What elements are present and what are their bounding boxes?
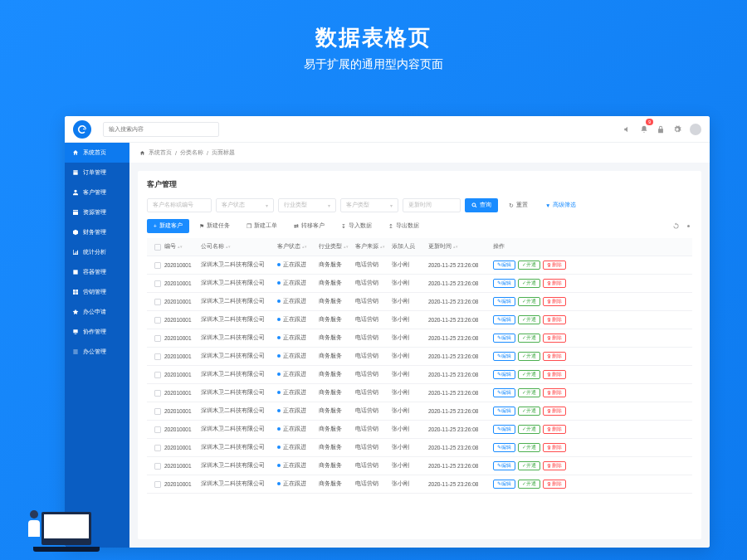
edit-button[interactable]: ✎编辑 (493, 334, 515, 343)
breadcrumb-item[interactable]: 分类名称 (180, 149, 203, 157)
sort-icon[interactable]: ▴▾ (380, 244, 385, 249)
sidebar-item[interactable]: 统计分析 (65, 242, 129, 262)
new-customer-button[interactable]: + 新建客户 (147, 219, 189, 233)
edit-button[interactable]: ✎编辑 (493, 480, 515, 489)
open-button[interactable]: ✓开通 (518, 279, 540, 288)
sort-icon[interactable]: ▴▾ (226, 244, 231, 249)
open-button[interactable]: ✓开通 (518, 370, 540, 379)
row-checkbox[interactable] (154, 390, 161, 397)
lock-icon[interactable] (657, 125, 665, 134)
filter-status-select[interactable]: 客户状态▾ (216, 198, 274, 212)
open-button[interactable]: ✓开通 (518, 407, 540, 416)
row-checkbox[interactable] (154, 317, 161, 324)
edit-button[interactable]: ✎编辑 (493, 279, 515, 288)
cell-company[interactable]: 深圳木卫二科技有限公司 (198, 444, 275, 451)
row-checkbox[interactable] (154, 463, 161, 470)
open-button[interactable]: ✓开通 (518, 297, 540, 306)
row-checkbox[interactable] (154, 481, 161, 488)
row-checkbox[interactable] (154, 335, 161, 342)
edit-button[interactable]: ✎编辑 (493, 315, 515, 324)
delete-button[interactable]: 🗑删除 (543, 407, 566, 416)
edit-button[interactable]: ✎编辑 (493, 443, 515, 452)
sidebar-item[interactable]: 订单管理 (65, 163, 129, 183)
cell-company[interactable]: 深圳木卫二科技有限公司 (198, 426, 275, 433)
edit-button[interactable]: ✎编辑 (493, 297, 515, 306)
cell-company[interactable]: 深圳木卫二科技有限公司 (198, 353, 275, 360)
notifications-button[interactable]: 9 (640, 122, 648, 137)
open-button[interactable]: ✓开通 (518, 352, 540, 361)
gear-icon[interactable] (673, 125, 681, 134)
sound-icon[interactable] (623, 125, 632, 134)
sidebar-item[interactable]: 容器管理 (65, 262, 129, 282)
cell-company[interactable]: 深圳木卫二科技有限公司 (198, 480, 275, 488)
open-button[interactable]: ✓开通 (518, 480, 540, 489)
edit-button[interactable]: ✎编辑 (493, 388, 515, 397)
delete-button[interactable]: 🗑删除 (543, 334, 566, 343)
cell-company[interactable]: 深圳木卫二科技有限公司 (198, 261, 275, 269)
filter-date-input[interactable]: 更新时间 (403, 198, 461, 212)
export-button[interactable]: ↥ 导出数据 (382, 219, 426, 233)
delete-button[interactable]: 🗑删除 (543, 480, 566, 489)
delete-button[interactable]: 🗑删除 (543, 443, 566, 452)
sort-icon[interactable]: ▴▾ (453, 244, 458, 249)
settings-icon[interactable] (685, 222, 692, 230)
open-button[interactable]: ✓开通 (518, 334, 540, 343)
import-button[interactable]: ↧ 导入数据 (334, 219, 378, 233)
breadcrumb-item[interactable]: 系统首页 (149, 149, 172, 157)
row-checkbox[interactable] (154, 445, 161, 451)
edit-button[interactable]: ✎编辑 (493, 352, 515, 361)
sidebar-item[interactable]: 财务管理 (65, 222, 129, 242)
row-checkbox[interactable] (154, 408, 161, 415)
edit-button[interactable]: ✎编辑 (493, 370, 515, 379)
sort-icon[interactable]: ▴▾ (302, 244, 307, 249)
sidebar-item[interactable]: 客户管理 (65, 183, 129, 202)
row-checkbox[interactable] (154, 426, 161, 433)
new-ticket-button[interactable]: ❒ 新建工单 (240, 219, 284, 233)
delete-button[interactable]: 🗑删除 (543, 388, 566, 397)
open-button[interactable]: ✓开通 (518, 315, 540, 324)
sort-icon[interactable]: ▴▾ (344, 244, 349, 249)
filter-industry-select[interactable]: 行业类型▾ (278, 198, 336, 212)
edit-button[interactable]: ✎编辑 (493, 461, 515, 470)
avatar[interactable] (690, 124, 701, 135)
cell-company[interactable]: 深圳木卫二科技有限公司 (198, 462, 275, 470)
reset-button[interactable]: ↻ 重置 (502, 198, 535, 212)
delete-button[interactable]: 🗑删除 (543, 297, 566, 306)
edit-button[interactable]: ✎编辑 (493, 425, 515, 434)
delete-button[interactable]: 🗑删除 (543, 315, 566, 324)
open-button[interactable]: ✓开通 (518, 443, 540, 452)
delete-button[interactable]: 🗑删除 (543, 279, 566, 288)
sidebar-item[interactable]: 资源管理 (65, 202, 129, 222)
row-checkbox[interactable] (154, 262, 161, 269)
row-checkbox[interactable] (154, 280, 161, 287)
sidebar-item[interactable]: 营销管理 (65, 282, 129, 302)
delete-button[interactable]: 🗑删除 (543, 352, 566, 361)
edit-button[interactable]: ✎编辑 (493, 407, 515, 416)
sidebar-item[interactable]: 办公管理 (65, 342, 129, 362)
sort-icon[interactable]: ▴▾ (178, 244, 183, 249)
refresh-icon[interactable] (672, 222, 680, 230)
row-checkbox[interactable] (154, 353, 161, 360)
cell-company[interactable]: 深圳木卫二科技有限公司 (198, 407, 275, 415)
open-button[interactable]: ✓开通 (518, 461, 540, 470)
cell-company[interactable]: 深圳木卫二科技有限公司 (198, 280, 275, 287)
delete-button[interactable]: 🗑删除 (543, 261, 566, 270)
delete-button[interactable]: 🗑删除 (543, 461, 566, 470)
cell-company[interactable]: 深圳木卫二科技有限公司 (198, 334, 275, 342)
open-button[interactable]: ✓开通 (518, 388, 540, 397)
filter-name-input[interactable]: 客户名称或编号 (147, 198, 212, 212)
row-checkbox[interactable] (154, 299, 161, 305)
search-button[interactable]: 查询 (465, 198, 498, 212)
select-all-checkbox[interactable] (154, 244, 161, 251)
filter-type-select[interactable]: 客户类型▾ (340, 198, 398, 212)
global-search-input[interactable] (103, 122, 219, 137)
open-button[interactable]: ✓开通 (518, 425, 540, 434)
delete-button[interactable]: 🗑删除 (543, 425, 566, 434)
cell-company[interactable]: 深圳木卫二科技有限公司 (198, 298, 275, 305)
sidebar-item[interactable]: 办公申请 (65, 302, 129, 322)
logo-icon[interactable] (73, 120, 91, 139)
sidebar-item[interactable]: 系统首页 (65, 143, 129, 163)
transfer-button[interactable]: ⇄ 转移客户 (287, 219, 331, 233)
edit-button[interactable]: ✎编辑 (493, 261, 515, 270)
cell-company[interactable]: 深圳木卫二科技有限公司 (198, 389, 275, 397)
